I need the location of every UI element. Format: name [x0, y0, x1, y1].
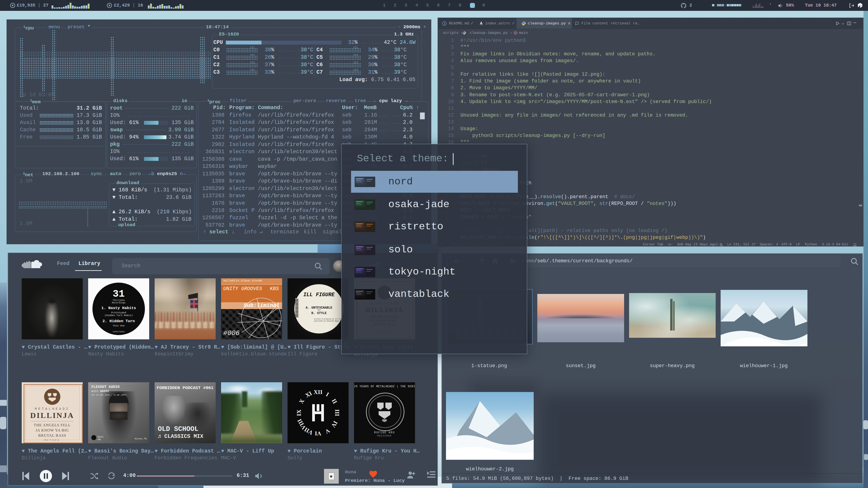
svg-text:IX: IX — [296, 410, 302, 416]
svg-text:II: II — [331, 398, 338, 405]
svg-text:I: I — [325, 391, 330, 398]
svg-text:XII: XII — [313, 389, 322, 395]
svg-text:IV: IV — [330, 420, 339, 429]
svg-text:XI: XI — [304, 390, 313, 399]
svg-text:III: III — [334, 410, 340, 416]
svg-text:V: V — [324, 427, 331, 435]
svg-text:VI: VI — [315, 430, 321, 437]
svg-text:X: X — [298, 398, 306, 405]
